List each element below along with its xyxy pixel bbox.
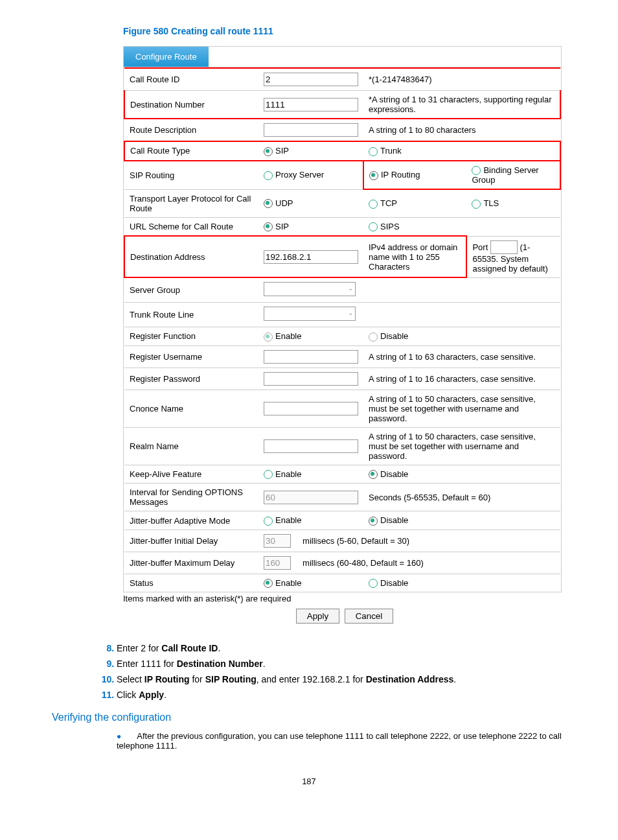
radio-jm-disable[interactable] bbox=[369, 517, 378, 526]
required-note: Items marked with an asterisk(*) are req… bbox=[123, 594, 566, 603]
label-port: Port bbox=[472, 242, 488, 252]
radio-sip[interactable] bbox=[264, 147, 273, 156]
input-realm[interactable] bbox=[264, 439, 358, 453]
radio-ip-routing[interactable] bbox=[369, 171, 378, 180]
label-jitter-max: Jitter-buffer Maximum Delay bbox=[124, 552, 258, 574]
hint-interval: Seconds (5-65535, Default = 60) bbox=[363, 484, 560, 511]
opt-tls: TLS bbox=[483, 198, 499, 208]
radio-tls[interactable] bbox=[472, 200, 481, 209]
label-jitter-init: Jitter-buffer Initial Delay bbox=[124, 530, 258, 552]
opt-status-disable: Disable bbox=[380, 578, 408, 588]
radio-url-sip[interactable] bbox=[264, 222, 273, 231]
hint-cnonce: A string of 1 to 50 characters, case sen… bbox=[363, 390, 560, 427]
hint-realm: A string of 1 to 50 characters, case sen… bbox=[363, 427, 560, 465]
input-dest-number[interactable] bbox=[264, 98, 358, 111]
label-interval: Interval for Sending OPTIONS Messages bbox=[124, 484, 258, 511]
cancel-button[interactable]: Cancel bbox=[345, 609, 394, 624]
tab-header: Configure Route bbox=[124, 47, 561, 67]
radio-status-disable[interactable] bbox=[369, 579, 378, 588]
opt-udp: UDP bbox=[275, 198, 293, 208]
step-10: Select IP Routing for SIP Routing, and e… bbox=[117, 674, 566, 684]
hint-call-route-id: *(1-2147483647) bbox=[363, 68, 560, 91]
opt-url-sips: SIPS bbox=[380, 222, 400, 231]
hint-jitter-max: millisecs (60-480, Default = 160) bbox=[303, 558, 424, 568]
hint-route-desc: A string of 1 to 80 characters bbox=[363, 119, 560, 141]
radio-ka-enable[interactable] bbox=[264, 470, 273, 479]
opt-ka-enable: Enable bbox=[275, 469, 301, 479]
opt-url-sip: SIP bbox=[275, 222, 289, 231]
radio-jm-enable[interactable] bbox=[264, 517, 273, 526]
hint-dest-number: *A string of 1 to 31 characters, support… bbox=[363, 91, 560, 119]
label-cnonce: Cnonce Name bbox=[124, 390, 258, 427]
hint-dest-addr: IPv4 address or domain name with 1 to 25… bbox=[363, 236, 466, 277]
radio-tcp[interactable] bbox=[369, 200, 378, 209]
verify-text: After the previous configuration, you ca… bbox=[117, 731, 562, 751]
radio-trunk[interactable] bbox=[369, 147, 378, 156]
label-server-group: Server Group bbox=[124, 277, 258, 303]
config-form: Configure Route Call Route ID *(1-214748… bbox=[123, 46, 562, 592]
input-port[interactable] bbox=[490, 240, 518, 254]
hint-reg-user: A string of 1 to 63 characters, case sen… bbox=[363, 345, 560, 368]
input-interval bbox=[264, 491, 358, 504]
input-jitter-init bbox=[264, 534, 291, 548]
label-reg-user: Register Username bbox=[124, 345, 258, 368]
input-dest-addr[interactable] bbox=[264, 250, 358, 264]
steps-list: Enter 2 for Call Route ID. Enter 1111 fo… bbox=[91, 643, 566, 700]
label-call-route-id: Call Route ID bbox=[124, 68, 258, 91]
opt-ka-disable: Disable bbox=[380, 469, 408, 479]
opt-jm-disable: Disable bbox=[380, 515, 408, 525]
hint-reg-pass: A string of 1 to 16 characters, case sen… bbox=[363, 368, 560, 390]
select-server-group: ⌄ bbox=[264, 282, 356, 296]
label-dest-addr: Destination Address bbox=[124, 236, 258, 277]
input-call-route-id[interactable] bbox=[264, 73, 358, 86]
tab-configure-route[interactable]: Configure Route bbox=[124, 47, 209, 67]
radio-ka-disable[interactable] bbox=[369, 470, 378, 479]
label-url-scheme: URL Scheme for Call Route bbox=[124, 217, 258, 236]
step-8: Enter 2 for Call Route ID. bbox=[117, 643, 566, 653]
label-status: Status bbox=[124, 574, 258, 592]
opt-jm-enable: Enable bbox=[275, 515, 301, 525]
label-keepalive: Keep-Alive Feature bbox=[124, 465, 258, 484]
input-route-desc[interactable] bbox=[264, 123, 358, 137]
label-reg-pass: Register Password bbox=[124, 368, 258, 390]
apply-button[interactable]: Apply bbox=[296, 609, 339, 624]
step-11: Click Apply. bbox=[117, 690, 566, 700]
verify-bullet: ●After the previous configuration, you c… bbox=[117, 731, 566, 751]
verify-heading: Verifying the configuration bbox=[52, 712, 566, 723]
opt-ip-routing: IP Routing bbox=[381, 170, 420, 180]
label-transport: Transport Layer Protocol for Call Route bbox=[124, 189, 258, 217]
label-dest-number: Destination Number bbox=[124, 91, 258, 119]
label-trunk-line: Trunk Route Line bbox=[124, 303, 258, 327]
opt-binding: Binding Server Group bbox=[472, 165, 538, 185]
opt-tcp: TCP bbox=[380, 198, 397, 208]
opt-sip: SIP bbox=[275, 146, 289, 156]
figure-title: Figure 580 Creating call route 1111 bbox=[123, 26, 566, 36]
input-reg-pass[interactable] bbox=[264, 372, 358, 386]
radio-binding[interactable] bbox=[472, 166, 481, 175]
opt-status-enable: Enable bbox=[275, 578, 301, 588]
radio-reg-disable bbox=[369, 332, 378, 342]
label-realm: Realm Name bbox=[124, 427, 258, 465]
step-9: Enter 1111 for Destination Number. bbox=[117, 659, 566, 669]
radio-url-sips[interactable] bbox=[369, 222, 378, 231]
input-reg-user[interactable] bbox=[264, 350, 358, 364]
page-number: 187 bbox=[52, 776, 566, 786]
radio-reg-enable bbox=[264, 332, 273, 342]
label-jitter-mode: Jitter-buffer Adaptive Mode bbox=[124, 511, 258, 530]
opt-proxy: Proxy Server bbox=[275, 170, 324, 180]
hint-jitter-init: millisecs (5-60, Default = 30) bbox=[303, 536, 409, 546]
radio-udp[interactable] bbox=[264, 199, 273, 208]
opt-trunk: Trunk bbox=[380, 146, 402, 156]
label-route-desc: Route Description bbox=[124, 119, 258, 141]
radio-proxy[interactable] bbox=[264, 171, 273, 180]
bullet-icon: ● bbox=[117, 732, 121, 741]
label-sip-routing: SIP Routing bbox=[124, 161, 258, 190]
select-trunk-line: ⌄ bbox=[264, 307, 356, 321]
input-jitter-max bbox=[264, 556, 291, 570]
input-cnonce[interactable] bbox=[264, 402, 358, 415]
opt-reg-disable: Disable bbox=[380, 331, 408, 341]
label-call-route-type: Call Route Type bbox=[124, 141, 258, 161]
radio-status-enable[interactable] bbox=[264, 579, 273, 588]
opt-reg-enable: Enable bbox=[275, 331, 301, 341]
label-register-fn: Register Function bbox=[124, 327, 258, 346]
